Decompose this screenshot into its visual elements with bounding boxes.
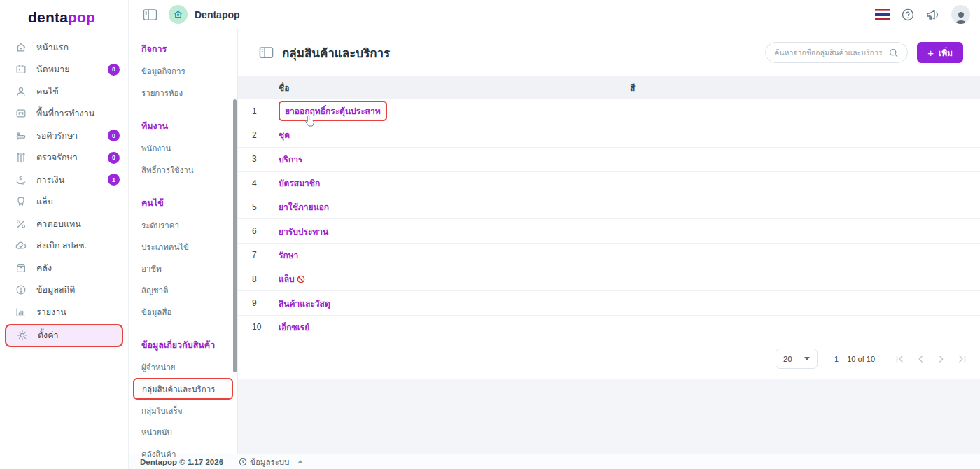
page-size-select[interactable]: 20 <box>776 349 818 369</box>
submenu-item-product-groups[interactable]: กลุ่มสินค้าและบริการ <box>133 378 233 400</box>
finance-icon: $ <box>15 174 27 186</box>
table-header: ชื่อ สี <box>238 76 980 99</box>
inventory-icon <box>15 262 27 274</box>
appointments-count-badge: 0 <box>108 64 120 76</box>
page-range-label: 1 – 10 of 10 <box>834 355 875 363</box>
clinic-name[interactable]: Dentapop <box>195 9 240 20</box>
submenu-item-staff[interactable]: พนักงาน <box>129 137 237 159</box>
submenu-item-business-info[interactable]: ข้อมูลกิจการ <box>129 60 237 82</box>
sidebar-item-reports[interactable]: รายงาน <box>0 301 128 323</box>
group-link[interactable]: บัตรสมาชิก <box>279 176 320 190</box>
sidebar-item-home[interactable]: หน้าแรก <box>0 36 128 59</box>
thai-flag-icon[interactable] <box>875 9 890 20</box>
page-title: กลุ่มสินค้าและบริการ <box>282 43 390 62</box>
sidebar-item-patients[interactable]: คนไข้ <box>0 80 128 103</box>
submenu-item-price-level[interactable]: ระดับราคา <box>129 214 237 236</box>
group-link[interactable]: ยารับประทาน <box>279 225 328 238</box>
sidebar-item-statistics[interactable]: ข้อมูลสถิติ <box>0 279 128 302</box>
submenu-section-title: คนไข้ <box>129 190 237 214</box>
submenu-item-product-inventory[interactable]: คลังสินค้า <box>129 443 237 465</box>
row-index: 4 <box>238 178 279 188</box>
add-button[interactable]: + เพิ่ม <box>917 42 963 63</box>
group-link[interactable]: สินค้าและวัสดุ <box>279 297 330 310</box>
row-index: 3 <box>238 154 279 164</box>
last-page-icon[interactable] <box>958 354 967 364</box>
submenu-item-vendors[interactable]: ผู้จำหน่าย <box>129 356 237 378</box>
group-link[interactable]: ยาออกฤทธิ์กระตุ้นประสาท <box>279 101 387 121</box>
sidebar-item-label: การเงิน <box>36 173 64 187</box>
sidebar-item-label: คนไข้ <box>36 85 59 99</box>
submenu-item-receipt-groups[interactable]: กลุ่มใบเสร็จ <box>129 400 237 421</box>
sidebar-item-appointments[interactable]: นัดหมาย 0 <box>0 59 128 81</box>
submenu-item-nationality[interactable]: สัญชาติ <box>129 279 237 301</box>
sidebar-item-nhso-claims[interactable]: ส่งเบิก สปสช. <box>0 235 128 258</box>
sidebar-item-label: ข้อมูลสถิติ <box>36 283 75 297</box>
submenu-item-occupation[interactable]: อาชีพ <box>129 258 237 279</box>
row-index: 5 <box>238 202 279 212</box>
calendar-icon <box>15 63 27 76</box>
patient-icon <box>15 85 27 98</box>
queue-count-badge: 0 <box>108 130 120 141</box>
group-link[interactable]: ชุด <box>279 128 290 141</box>
content-background <box>238 379 980 454</box>
avatar[interactable] <box>951 5 970 24</box>
submenu-item-room-list[interactable]: รายการห้อง <box>129 82 237 104</box>
submenu-item-media-info[interactable]: ข้อมูลสื่อ <box>129 301 237 323</box>
table-row: 3 บริการ <box>238 148 980 172</box>
table-body: 1 ยาออกฤทธิ์กระตุ้นประสาท 2 ชุด 3 บริการ <box>238 99 980 340</box>
search-input[interactable] <box>774 48 888 57</box>
sidebar-item-label: ตั้งค่า <box>38 328 59 342</box>
sidebar-item-treatment-queue[interactable]: รอคิวรักษา 0 <box>0 125 128 147</box>
submenu-section-patients: คนไข้ ระดับราคา ประเภทคนไข้ อาชีพ สัญชาต… <box>129 190 237 323</box>
submenu-item-permissions[interactable]: สิทธิ์การใช้งาน <box>129 159 237 181</box>
app-root: dentapop หน้าแรก นัดหมาย 0 คนไข้ พื้นที่… <box>0 0 980 469</box>
sidebar-item-finance[interactable]: $ การเงิน 1 <box>0 169 128 191</box>
group-link[interactable]: แล็บ <box>279 272 305 286</box>
table-row: 8 แล็บ <box>238 267 980 291</box>
group-link[interactable]: เอ็กซเรย์ <box>279 321 309 334</box>
help-icon[interactable] <box>901 8 915 22</box>
finance-count-badge: 1 <box>108 174 120 186</box>
sidebar-item-inventory[interactable]: คลัง <box>0 257 128 279</box>
system-info[interactable]: ข้อมูลระบบ <box>239 456 303 468</box>
row-index: 9 <box>238 298 279 308</box>
next-page-icon[interactable] <box>937 354 946 364</box>
group-link[interactable]: ยาใช้ภายนอก <box>279 200 329 214</box>
row-index: 8 <box>238 274 279 284</box>
sidebar-item-lab[interactable]: แล็บ <box>0 191 128 214</box>
collapse-caret-icon[interactable] <box>298 460 303 463</box>
dentapop-logo[interactable]: dentapop <box>0 0 128 35</box>
main-content: กลุ่มสินค้าและบริการ + เพิ่ม ชื่อ สี <box>238 29 980 454</box>
search-icon[interactable] <box>888 48 899 58</box>
table-row: 4 บัตรสมาชิก <box>238 172 980 195</box>
group-link-label: แล็บ <box>279 272 295 286</box>
page-nav <box>895 354 967 364</box>
page-title-icon <box>259 46 274 59</box>
table-row: 7 รักษา <box>238 244 980 267</box>
sidebar-nav: หน้าแรก นัดหมาย 0 คนไข้ พื้นที่การทำงาน … <box>0 35 128 348</box>
sidebar-item-workspace[interactable]: พื้นที่การทำงาน <box>0 103 128 125</box>
announcement-icon[interactable] <box>925 8 941 22</box>
submenu-item-units[interactable]: หน่วยนับ <box>129 421 237 443</box>
submenu-scrollbar[interactable] <box>233 99 237 372</box>
group-link[interactable]: บริการ <box>279 153 303 166</box>
first-page-icon[interactable] <box>895 354 904 364</box>
search-box[interactable] <box>765 42 908 63</box>
sidebar-item-label: รอคิวรักษา <box>36 129 78 143</box>
sidebar-item-settings[interactable]: ตั้งค่า <box>5 324 123 347</box>
submenu-item-patient-type[interactable]: ประเภทคนไข้ <box>129 236 237 258</box>
sidebar-item-compensation[interactable]: ค่าตอบแทน <box>0 213 128 235</box>
settings-icon <box>16 329 29 342</box>
sidebar-toggle-icon[interactable] <box>143 8 158 21</box>
sidebar-item-examination[interactable]: ตรวจรักษา 0 <box>0 147 128 169</box>
row-index: 6 <box>238 226 279 236</box>
dental-tools-icon <box>15 151 27 164</box>
table-row: 9 สินค้าและวัสดุ <box>238 291 980 315</box>
group-link[interactable]: รักษา <box>279 248 298 262</box>
clinic-home-icon[interactable] <box>169 5 188 24</box>
prev-page-icon[interactable] <box>916 354 925 364</box>
submenu-section-products: ข้อมูลเกี่ยวกับสินค้า ผู้จำหน่าย กลุ่มสิ… <box>129 332 237 465</box>
logo-text-pop: pop <box>68 9 95 26</box>
sidebar-item-label: ค่าตอบแทน <box>36 217 81 231</box>
percent-icon <box>15 218 27 230</box>
